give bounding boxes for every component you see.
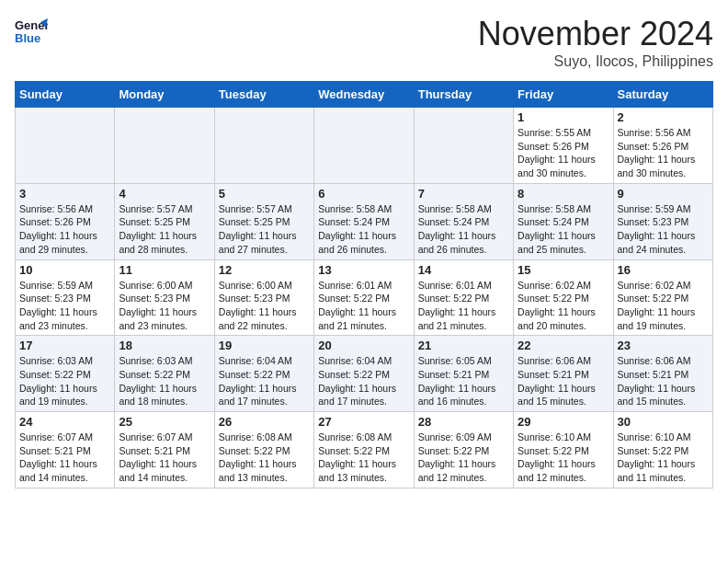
day-info: Sunrise: 6:07 AMSunset: 5:21 PMDaylight:… [19, 431, 110, 485]
day-number: 11 [119, 263, 210, 277]
calendar-cell: 9Sunrise: 5:59 AMSunset: 5:23 PMDaylight… [613, 183, 712, 259]
calendar-week-row: 17Sunrise: 6:03 AMSunset: 5:22 PMDayligh… [16, 336, 713, 412]
day-info: Sunrise: 5:58 AMSunset: 5:24 PMDaylight:… [318, 202, 409, 257]
day-number: 27 [318, 415, 409, 429]
calendar-table: SundayMondayTuesdayWednesdayThursdayFrid… [15, 81, 713, 488]
day-number: 10 [19, 263, 110, 277]
calendar-cell: 15Sunrise: 6:02 AMSunset: 5:22 PMDayligh… [514, 259, 613, 336]
calendar-cell: 25Sunrise: 6:07 AMSunset: 5:21 PMDayligh… [115, 412, 214, 488]
calendar-cell: 13Sunrise: 6:01 AMSunset: 5:22 PMDayligh… [314, 259, 414, 336]
weekday-header: Tuesday [214, 82, 313, 108]
location: Suyo, Ilocos, Philippines [478, 53, 713, 70]
day-number: 13 [318, 263, 409, 277]
calendar-week-row: 24Sunrise: 6:07 AMSunset: 5:21 PMDayligh… [16, 412, 713, 488]
weekday-header: Saturday [613, 82, 712, 108]
day-info: Sunrise: 6:03 AMSunset: 5:22 PMDaylight:… [19, 354, 110, 408]
day-number: 8 [518, 187, 609, 201]
weekday-header: Monday [115, 82, 214, 108]
day-number: 23 [618, 339, 709, 352]
day-number: 15 [518, 263, 609, 277]
calendar-cell: 20Sunrise: 6:04 AMSunset: 5:22 PMDayligh… [314, 336, 414, 412]
day-number: 3 [19, 187, 110, 201]
day-info: Sunrise: 6:04 AMSunset: 5:22 PMDaylight:… [318, 354, 409, 408]
month-title: November 2024 [478, 15, 713, 53]
day-number: 22 [518, 339, 609, 352]
logo-icon: General Blue [15, 15, 48, 48]
calendar-cell [16, 108, 115, 184]
day-info: Sunrise: 6:08 AMSunset: 5:22 PMDaylight:… [219, 431, 310, 485]
calendar-cell: 11Sunrise: 6:00 AMSunset: 5:23 PMDayligh… [115, 259, 214, 336]
calendar-cell: 19Sunrise: 6:04 AMSunset: 5:22 PMDayligh… [214, 336, 313, 412]
calendar-cell: 6Sunrise: 5:58 AMSunset: 5:24 PMDaylight… [314, 183, 414, 259]
day-info: Sunrise: 6:06 AMSunset: 5:21 PMDaylight:… [618, 354, 709, 408]
calendar-cell: 4Sunrise: 5:57 AMSunset: 5:25 PMDaylight… [115, 183, 214, 259]
calendar-cell: 5Sunrise: 5:57 AMSunset: 5:25 PMDaylight… [214, 183, 313, 259]
day-info: Sunrise: 6:08 AMSunset: 5:22 PMDaylight:… [318, 431, 409, 485]
calendar-cell: 3Sunrise: 5:56 AMSunset: 5:26 PMDaylight… [16, 183, 115, 259]
calendar-cell: 29Sunrise: 6:10 AMSunset: 5:22 PMDayligh… [514, 412, 613, 488]
day-number: 25 [119, 415, 210, 429]
day-info: Sunrise: 6:03 AMSunset: 5:22 PMDaylight:… [119, 354, 210, 408]
calendar-cell: 23Sunrise: 6:06 AMSunset: 5:21 PMDayligh… [613, 336, 712, 412]
day-info: Sunrise: 5:58 AMSunset: 5:24 PMDaylight:… [518, 202, 609, 257]
calendar-week-row: 1Sunrise: 5:55 AMSunset: 5:26 PMDaylight… [16, 108, 713, 184]
day-info: Sunrise: 5:59 AMSunset: 5:23 PMDaylight:… [19, 279, 110, 333]
calendar-cell: 27Sunrise: 6:08 AMSunset: 5:22 PMDayligh… [314, 412, 414, 488]
calendar-cell: 16Sunrise: 6:02 AMSunset: 5:22 PMDayligh… [613, 259, 712, 336]
day-number: 20 [318, 339, 409, 352]
day-number: 17 [19, 339, 110, 352]
calendar-cell: 7Sunrise: 5:58 AMSunset: 5:24 PMDaylight… [414, 183, 513, 259]
day-info: Sunrise: 6:10 AMSunset: 5:22 PMDaylight:… [618, 431, 709, 485]
calendar-cell: 30Sunrise: 6:10 AMSunset: 5:22 PMDayligh… [613, 412, 712, 488]
day-number: 1 [518, 110, 609, 124]
calendar-cell: 8Sunrise: 5:58 AMSunset: 5:24 PMDaylight… [514, 183, 613, 259]
day-info: Sunrise: 6:00 AMSunset: 5:23 PMDaylight:… [219, 279, 310, 333]
calendar-cell [115, 108, 214, 184]
calendar-cell: 22Sunrise: 6:06 AMSunset: 5:21 PMDayligh… [514, 336, 613, 412]
day-info: Sunrise: 5:57 AMSunset: 5:25 PMDaylight:… [219, 202, 310, 257]
day-info: Sunrise: 5:57 AMSunset: 5:25 PMDaylight:… [119, 202, 210, 257]
day-info: Sunrise: 6:10 AMSunset: 5:22 PMDaylight:… [518, 431, 609, 485]
day-info: Sunrise: 6:02 AMSunset: 5:22 PMDaylight:… [518, 279, 609, 333]
svg-text:Blue: Blue [15, 31, 40, 45]
day-info: Sunrise: 5:55 AMSunset: 5:26 PMDaylight:… [518, 126, 609, 180]
day-info: Sunrise: 6:09 AMSunset: 5:22 PMDaylight:… [418, 431, 509, 485]
calendar-cell: 26Sunrise: 6:08 AMSunset: 5:22 PMDayligh… [214, 412, 313, 488]
calendar-cell: 14Sunrise: 6:01 AMSunset: 5:22 PMDayligh… [414, 259, 513, 336]
calendar-cell: 24Sunrise: 6:07 AMSunset: 5:21 PMDayligh… [16, 412, 115, 488]
day-info: Sunrise: 6:01 AMSunset: 5:22 PMDaylight:… [318, 279, 409, 333]
calendar-week-row: 3Sunrise: 5:56 AMSunset: 5:26 PMDaylight… [16, 183, 713, 259]
day-number: 14 [418, 263, 509, 277]
calendar-cell: 21Sunrise: 6:05 AMSunset: 5:21 PMDayligh… [414, 336, 513, 412]
day-number: 29 [518, 415, 609, 429]
day-info: Sunrise: 6:01 AMSunset: 5:22 PMDaylight:… [418, 279, 509, 333]
calendar-week-row: 10Sunrise: 5:59 AMSunset: 5:23 PMDayligh… [16, 259, 713, 336]
calendar-cell [214, 108, 313, 184]
day-number: 30 [618, 415, 709, 429]
day-info: Sunrise: 6:02 AMSunset: 5:22 PMDaylight:… [618, 279, 709, 333]
weekday-header: Friday [514, 82, 613, 108]
day-info: Sunrise: 6:00 AMSunset: 5:23 PMDaylight:… [119, 279, 210, 333]
day-number: 2 [618, 110, 709, 124]
title-block: November 2024 Suyo, Ilocos, Philippines [478, 15, 713, 70]
weekday-header: Sunday [16, 82, 115, 108]
calendar-cell: 1Sunrise: 5:55 AMSunset: 5:26 PMDaylight… [514, 108, 613, 184]
day-info: Sunrise: 6:07 AMSunset: 5:21 PMDaylight:… [119, 431, 210, 485]
day-number: 6 [318, 187, 409, 201]
day-number: 24 [19, 415, 110, 429]
day-info: Sunrise: 5:56 AMSunset: 5:26 PMDaylight:… [19, 202, 110, 257]
day-info: Sunrise: 6:05 AMSunset: 5:21 PMDaylight:… [418, 354, 509, 408]
day-number: 4 [119, 187, 210, 201]
calendar-cell: 2Sunrise: 5:56 AMSunset: 5:26 PMDaylight… [613, 108, 712, 184]
calendar-cell: 28Sunrise: 6:09 AMSunset: 5:22 PMDayligh… [414, 412, 513, 488]
day-number: 28 [418, 415, 509, 429]
day-info: Sunrise: 5:58 AMSunset: 5:24 PMDaylight:… [418, 202, 509, 257]
calendar-cell: 12Sunrise: 6:00 AMSunset: 5:23 PMDayligh… [214, 259, 313, 336]
day-number: 26 [219, 415, 310, 429]
weekday-header: Wednesday [314, 82, 414, 108]
day-info: Sunrise: 6:06 AMSunset: 5:21 PMDaylight:… [518, 354, 609, 408]
day-number: 5 [219, 187, 310, 201]
weekday-header: Thursday [414, 82, 513, 108]
day-number: 7 [418, 187, 509, 201]
day-number: 16 [618, 263, 709, 277]
